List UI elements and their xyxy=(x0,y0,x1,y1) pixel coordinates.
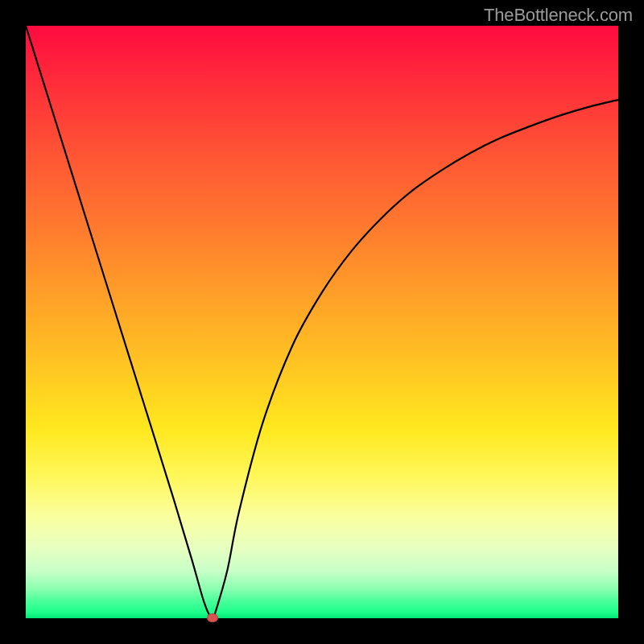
bottleneck-curve xyxy=(26,26,618,618)
chart-frame: TheBottleneck.com xyxy=(0,0,644,644)
minimum-marker xyxy=(207,613,218,622)
watermark-text: TheBottleneck.com xyxy=(484,5,633,26)
plot-area xyxy=(26,26,618,618)
